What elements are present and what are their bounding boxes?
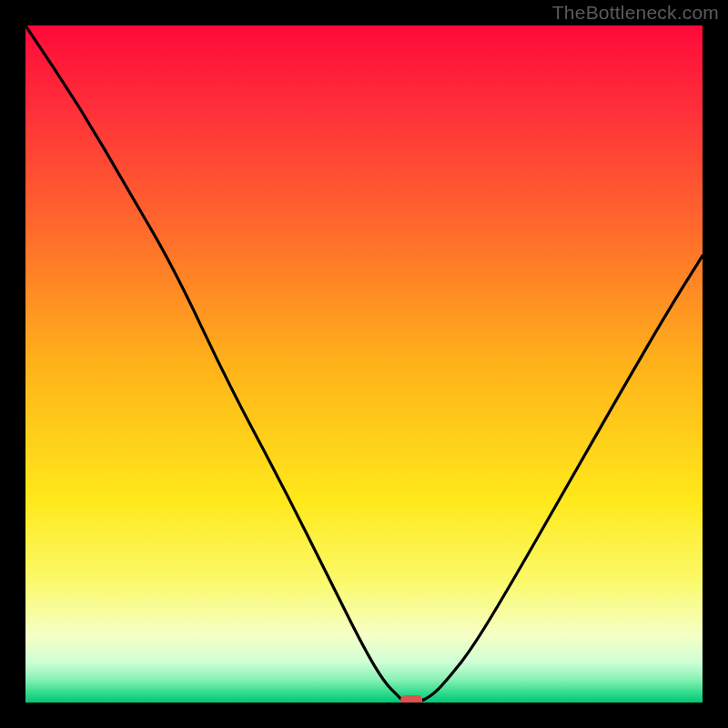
gradient-background [25, 25, 703, 703]
optimal-marker [400, 695, 422, 703]
chart-frame: TheBottleneck.com [0, 0, 728, 728]
bottleneck-chart [25, 25, 703, 703]
attribution-label: TheBottleneck.com [552, 2, 719, 24]
plot-area [25, 25, 703, 703]
